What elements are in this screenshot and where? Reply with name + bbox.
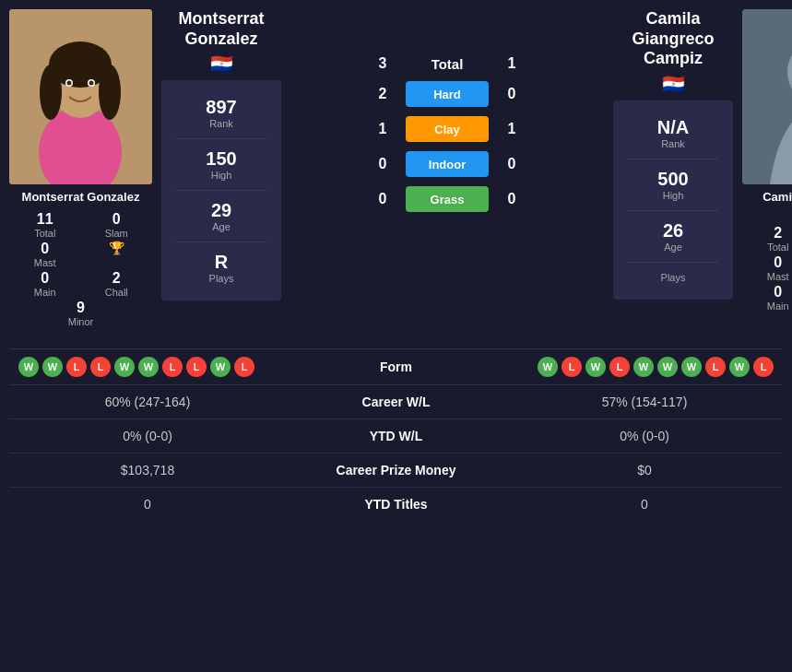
player1-flag: 🇵🇾 [161,53,281,75]
form-ball: L [162,357,183,377]
player1-stats-box: 897 Rank 150 High 29 Age R [161,80,281,301]
info-rows: 60% (247-164) Career W/L 57% (154-117) 0… [9,385,783,521]
p1-career-wl: 60% (247-164) [18,395,277,409]
player2-total: 2 Total [747,225,792,253]
p1-ytd-titles: 0 [18,497,277,512]
player2-form-balls: WLWLWWWLWL [538,357,774,377]
grass-badge: Grass [406,186,489,212]
player2-card: Camila Giangreco Campiz 2 Total 0 Slam 0… [742,9,792,341]
form-ball: W [42,357,63,377]
form-ball: W [18,357,39,377]
ytd-wl-label: YTD W/L [277,429,515,443]
form-ball: L [561,357,582,377]
player1-photo [9,9,152,184]
prize-row: $103,718 Career Prize Money $0 [9,454,783,488]
player2-plays-box: Plays [628,263,718,292]
player1-mast: 0 Mast [14,241,77,268]
player2-main: 0 Main [747,284,792,312]
p1-ytd-wl: 0% (0-0) [18,429,277,443]
player1-trophy: 🏆 [86,241,148,268]
player1-chall: 2 Chall [86,270,148,298]
player2-stats-grid: 2 Total 0 Slam 0 Mast 🏆 0 Main [742,225,792,341]
player1-minor: 9 Minor [14,300,148,327]
form-ball: L [66,357,87,377]
form-ball: L [186,357,207,377]
form-ball: W [729,357,750,377]
trophy-icon-left: 🏆 [86,241,148,255]
player1-high-box: 150 High [176,139,266,191]
svg-point-5 [99,65,121,120]
top-section: Montserrat Gonzalez 11 Total 0 Slam 0 Ma… [9,9,783,341]
p2-grass-score: 0 [498,191,526,207]
player2-high-box: 500 High [628,159,718,211]
p2-clay-score: 1 [498,121,526,137]
form-ball: L [90,357,111,377]
p1-clay-score: 1 [369,121,396,137]
career-wl-label: Career W/L [277,395,515,409]
form-ball: W [657,357,678,377]
p2-career-wl: 57% (154-117) [515,395,774,409]
player1-name-center: MontserratGonzalez [161,9,281,49]
p2-hard-score: 0 [498,86,526,102]
p1-hard-score: 2 [369,86,396,102]
p1-prize: $103,718 [18,463,277,477]
p2-ytd-titles: 0 [515,497,774,512]
total-row: 3 Total 1 [281,55,613,72]
form-label: Form [380,360,412,374]
form-ball: L [234,357,254,377]
player1-total: 11 Total [14,211,77,239]
player2-age-box: 26 Age [628,211,718,263]
player1-slam: 0 Slam [86,211,148,239]
form-ball: W [585,357,606,377]
player2-photo [742,9,792,184]
player1-rank-box: 897 Rank [176,88,266,139]
player2-rank-box: N/A Rank [628,108,718,159]
player1-card: Montserrat Gonzalez 11 Total 0 Slam 0 Ma… [9,9,152,327]
player2-stats-box: N/A Rank 500 High 26 Age [613,100,733,300]
form-ball: W [210,357,231,377]
player1-age-box: 29 Age [176,191,266,242]
ytd-titles-row: 0 YTD Titles 0 [9,488,783,521]
p2-total: 1 [498,55,526,72]
surface-row-hard: 2 Hard 0 [281,81,613,107]
surface-row-grass: 0 Grass 0 [281,186,613,212]
form-ball: L [753,357,774,377]
form-ball: L [705,357,726,377]
main-container: Montserrat Gonzalez 11 Total 0 Slam 0 Ma… [0,0,792,530]
svg-point-8 [67,81,72,86]
svg-point-9 [89,81,94,86]
player2-name: Camila Giangreco Campiz [742,190,792,218]
form-section: WWLLWWLLWL Form WLWLWWWLWL [9,348,783,385]
form-ball: W [681,357,702,377]
hard-badge: Hard [406,81,489,107]
svg-point-4 [40,65,62,120]
prize-label: Career Prize Money [277,463,515,477]
p2-ytd-wl: 0% (0-0) [515,429,774,443]
player2-minor: 2 Minor [747,313,792,341]
total-label: Total [406,56,489,72]
player1-main: 0 Main [14,270,77,298]
p2-indoor-score: 0 [498,156,526,172]
p1-indoor-score: 0 [369,156,396,172]
form-ball: L [609,357,630,377]
ytd-titles-label: YTD Titles [277,497,515,512]
surface-row-indoor: 0 Indoor 0 [281,151,613,177]
surface-row-clay: 1 Clay 1 [281,116,613,142]
p1-total: 3 [369,55,396,72]
player1-plays-box: R Plays [176,242,266,293]
p2-prize: $0 [515,463,774,477]
center-section: MontserratGonzalez 🇵🇾 897 Rank 150 High … [161,9,733,301]
form-ball: W [538,357,558,377]
career-wl-row: 60% (247-164) Career W/L 57% (154-117) [9,385,783,419]
p1-grass-score: 0 [369,191,396,207]
ytd-wl-row: 0% (0-0) YTD W/L 0% (0-0) [9,419,783,454]
player1-name: Montserrat Gonzalez [22,190,140,204]
form-ball: W [138,357,159,377]
player1-stats-grid: 11 Total 0 Slam 0 Mast 🏆 0 Main [9,211,152,327]
player2-mast: 0 Mast [747,254,792,282]
form-ball: W [114,357,135,377]
player2-flag: 🇵🇾 [613,73,733,95]
player1-form-balls: WWLLWWLLWL [18,357,254,377]
form-ball: W [633,357,654,377]
indoor-badge: Indoor [406,151,489,177]
